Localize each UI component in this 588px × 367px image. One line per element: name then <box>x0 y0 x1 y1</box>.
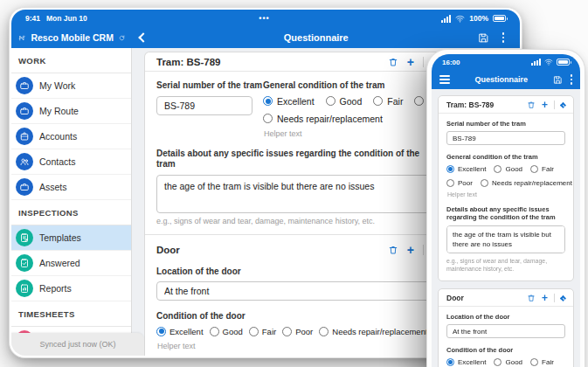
clock-date: Mon Jun 10 <box>46 14 87 23</box>
radio-option[interactable]: Poor <box>282 327 313 336</box>
serial-input[interactable] <box>156 96 252 115</box>
sync-icon[interactable] <box>119 33 125 43</box>
sidebar: WORK My Work My Route Accounts Contacts <box>11 48 132 356</box>
radio-option[interactable]: Excellent <box>156 327 204 336</box>
icon-separator <box>554 294 555 302</box>
radio-option[interactable]: Excellent <box>446 358 486 366</box>
briefcase-icon <box>16 77 33 94</box>
resco-logo-icon <box>18 32 25 44</box>
sidebar-item-templates[interactable]: Templates <box>11 225 131 251</box>
trash-icon[interactable] <box>527 100 536 109</box>
radio-option[interactable]: Good <box>210 327 243 336</box>
field-label-door-location: Location of the door <box>446 313 565 321</box>
door-section-title: Door <box>446 294 464 302</box>
field-label-details: Details about any specific issues regard… <box>156 149 438 170</box>
sidebar-item-contacts[interactable]: Contacts <box>11 149 131 175</box>
helper-text: Helper text <box>263 129 438 138</box>
status-menu-dots: ••• <box>87 14 441 23</box>
radio-icon <box>446 179 454 187</box>
radio-selected-icon <box>446 165 454 173</box>
save-icon[interactable] <box>553 75 563 85</box>
trash-icon[interactable] <box>527 294 536 302</box>
group-header-tram: Tram: BS-789 + <box>439 96 573 114</box>
signal-icon <box>531 59 541 66</box>
collapse-chevron-icon[interactable] <box>560 102 566 108</box>
radio-icon <box>319 327 329 336</box>
group-header-tram: Tram: BS-789 + <box>145 52 449 72</box>
door-location-input[interactable] <box>156 281 438 301</box>
back-button[interactable] <box>132 34 155 41</box>
radio-option[interactable]: Fair <box>530 358 554 366</box>
collapse-chevron-icon[interactable] <box>560 295 566 301</box>
radio-option[interactable]: Needs repair/replacement <box>263 114 383 124</box>
sidebar-item-label: Assets <box>39 182 67 192</box>
sidebar-item-assets[interactable]: Assets <box>11 175 131 200</box>
signal-icon <box>441 15 451 23</box>
sidebar-item-label: Reports <box>39 283 72 294</box>
briefcase-icon <box>16 128 33 145</box>
radio-icon <box>373 96 383 106</box>
helper-text: Helper text <box>156 342 438 350</box>
back-chevron-icon <box>138 32 148 42</box>
radio-group-condition: Excellent Good Fair Poor <box>263 96 438 107</box>
plus-icon[interactable]: + <box>407 56 414 68</box>
radio-icon <box>282 327 292 336</box>
clipboard-check-icon <box>16 254 33 272</box>
wifi-icon <box>544 59 553 66</box>
radio-icon <box>249 327 259 336</box>
sidebar-section-work: WORK <box>11 48 131 73</box>
phone-app-bar: Questionnaire <box>432 70 580 89</box>
radio-option[interactable]: Excellent <box>446 165 486 173</box>
radio-option[interactable]: Fair <box>249 327 276 336</box>
field-label-details: Details about any specific issues regard… <box>446 205 565 222</box>
radio-option[interactable]: Good <box>326 96 363 107</box>
radio-option[interactable]: Fair <box>373 96 403 107</box>
sidebar-item-my-route[interactable]: My Route <box>11 99 131 124</box>
trash-icon[interactable] <box>388 245 398 255</box>
details-hint: e.g., signs of wear and tear, damage, ma… <box>446 257 565 274</box>
sidebar-item-answered[interactable]: Answered <box>11 251 131 276</box>
clock-time: 16:00 <box>442 59 460 66</box>
radio-icon <box>530 358 538 366</box>
radio-icon <box>530 165 538 173</box>
kebab-menu-icon[interactable] <box>502 32 505 43</box>
details-textarea[interactable]: the age of the tram is visible but there… <box>446 225 565 253</box>
sidebar-item-label: My Route <box>39 106 79 116</box>
radio-option[interactable]: Needs repair/replacement <box>481 179 572 187</box>
group-title: Tram: BS-789 <box>156 57 221 67</box>
briefcase-icon <box>16 102 33 120</box>
field-label-condition: General condition of the tram <box>263 80 438 92</box>
clipboard-gear-icon <box>16 229 33 246</box>
sidebar-item-my-work[interactable]: My Work <box>11 73 131 99</box>
details-textarea[interactable]: the age of the tram is visible but there… <box>156 175 438 213</box>
door-location-input[interactable] <box>446 324 565 338</box>
plus-icon[interactable]: + <box>407 244 414 256</box>
sidebar-item-label: Accounts <box>39 131 77 142</box>
radio-option[interactable]: Excellent <box>263 96 315 107</box>
save-icon[interactable] <box>478 32 489 44</box>
questionnaire-card: Tram: BS-789 + Serial number of the tram <box>144 52 450 356</box>
radio-option[interactable]: Good <box>494 358 522 366</box>
tablet-status-bar: 9:41 Mon Jun 10 ••• 100% <box>11 10 520 27</box>
radio-option[interactable]: Poor <box>446 179 473 187</box>
phone-device: 16:00 Questionnaire Tram: BS-789 <box>426 49 585 367</box>
battery-percent: 100% <box>469 14 488 23</box>
sync-status-bar: Synced just now (OK) <box>11 333 144 356</box>
radio-option[interactable]: Needs repair/replacement <box>319 327 427 336</box>
phone-status-bar: 16:00 <box>432 54 580 70</box>
serial-input[interactable] <box>446 131 565 145</box>
trash-icon[interactable] <box>388 57 398 67</box>
icon-separator <box>423 245 424 255</box>
hamburger-menu-icon[interactable] <box>439 75 450 84</box>
radio-option[interactable]: Fair <box>530 165 554 173</box>
plus-icon[interactable]: + <box>542 293 548 303</box>
sidebar-item-reports[interactable]: Reports <box>11 276 131 301</box>
sidebar-item-accounts[interactable]: Accounts <box>11 124 131 149</box>
field-label-condition: General condition of the tram <box>446 153 565 161</box>
radio-group-condition-row2: Needs repair/replacement <box>263 114 438 124</box>
field-label-door-condition: Condition of the door <box>446 346 565 354</box>
plus-icon[interactable]: + <box>542 100 548 110</box>
radio-option[interactable]: Good <box>494 165 522 173</box>
door-card: Door + Location of the door Condition of… <box>438 288 574 367</box>
kebab-menu-icon[interactable] <box>571 74 573 85</box>
